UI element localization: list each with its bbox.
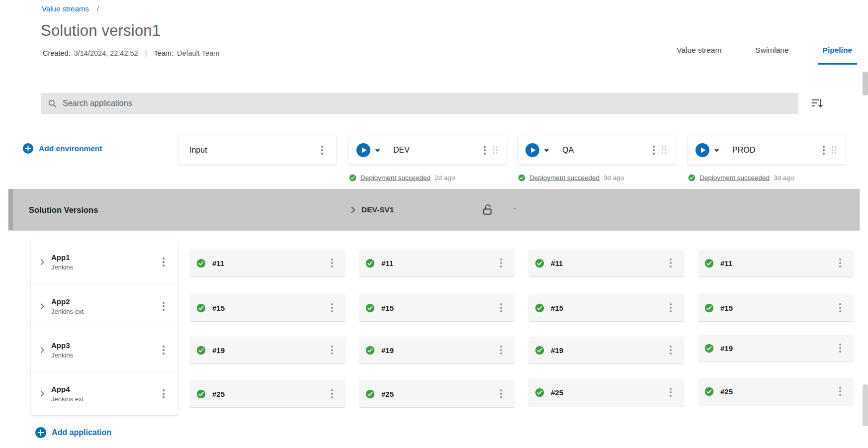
environment-menu-kebab[interactable]: [478, 141, 492, 159]
tab-value-stream[interactable]: Value stream: [672, 42, 726, 65]
cell-menu-kebab[interactable]: [833, 299, 847, 317]
sort-button[interactable]: [802, 92, 831, 115]
expand-app-button[interactable]: [38, 302, 47, 311]
app-info: App2 Jenkins ext: [51, 297, 84, 315]
app-tool: Jenkins ext: [51, 395, 84, 403]
app-info: App1 Jenkins: [51, 253, 73, 271]
app-menu-kebab[interactable]: [157, 297, 171, 315]
kebab-icon: [839, 347, 841, 349]
kebab-icon: [500, 349, 502, 351]
page-title: Solution version1: [41, 22, 161, 40]
cell-menu-kebab[interactable]: [664, 299, 678, 317]
tab-swimlane[interactable]: Swimlane: [750, 42, 793, 65]
app-menu-kebab[interactable]: [157, 341, 171, 359]
team-label: Team:: [154, 49, 174, 57]
drag-handle[interactable]: [493, 146, 500, 155]
build-number: #15: [381, 304, 394, 312]
run-environment-button[interactable]: [695, 143, 710, 158]
add-environment-button[interactable]: Add environment: [22, 143, 102, 154]
cell-menu-kebab[interactable]: [325, 385, 339, 403]
success-check-icon: [704, 387, 714, 396]
tab-pipeline[interactable]: Pipeline: [818, 42, 857, 65]
drag-handle[interactable]: [832, 146, 839, 155]
app-row-app1: App1 Jenkins: [31, 240, 177, 284]
success-check-icon: [535, 388, 544, 397]
deployment-status-link[interactable]: Deployment succeeded: [529, 174, 600, 181]
kebab-icon: [500, 307, 502, 309]
build-cell: #11: [698, 250, 853, 276]
cell-menu-kebab[interactable]: [833, 382, 847, 400]
success-check-icon: [365, 389, 375, 399]
build-cell: #25: [359, 380, 514, 407]
meta-divider: |: [145, 49, 147, 57]
vertical-scrollbar-thumb[interactable]: [863, 72, 868, 95]
build-cell: #11: [359, 250, 514, 276]
cell-menu-kebab[interactable]: [494, 341, 508, 359]
add-application-button[interactable]: Add application: [35, 427, 111, 439]
vertical-scrollbar-thumb[interactable]: [863, 384, 868, 426]
chevron-right-icon: [38, 389, 47, 398]
kebab-icon: [331, 307, 333, 309]
run-options-caret[interactable]: [374, 147, 381, 154]
app-menu-kebab[interactable]: [157, 253, 171, 271]
deployment-status-prod: Deployment succeeded 3d ago: [688, 173, 794, 182]
page-meta: Created: 3/14/2024, 22:42:52 | Team: Def…: [43, 49, 219, 57]
build-cell: #15: [190, 294, 345, 321]
cell-menu-kebab[interactable]: [833, 254, 847, 272]
cell-menu-kebab[interactable]: [494, 299, 508, 317]
cell-menu-kebab[interactable]: [325, 341, 339, 359]
environment-menu-kebab[interactable]: [817, 141, 831, 159]
success-check-icon: [349, 174, 356, 181]
cell-menu-kebab[interactable]: [664, 254, 678, 272]
cell-menu-kebab[interactable]: [494, 385, 508, 403]
environment-name: PROD: [732, 146, 755, 155]
expand-app-button[interactable]: [38, 258, 47, 267]
cell-menu-kebab[interactable]: [833, 339, 847, 357]
run-options-caret[interactable]: [543, 147, 550, 154]
chevron-down-icon: [374, 147, 381, 154]
app-menu-kebab[interactable]: [157, 385, 171, 403]
build-number: #25: [551, 388, 563, 397]
success-check-icon: [196, 259, 206, 268]
success-check-icon: [704, 344, 714, 353]
deployment-status-time: 3d ago: [604, 174, 624, 181]
app-name: App2: [51, 297, 84, 306]
success-check-icon: [704, 259, 714, 268]
cell-menu-kebab[interactable]: [664, 341, 678, 359]
team-value: Default Team: [177, 49, 219, 57]
app-tool: Jenkins ext: [51, 308, 84, 315]
cell-menu-kebab[interactable]: [664, 383, 678, 401]
search-bar: [41, 93, 798, 114]
kebab-icon: [670, 349, 672, 351]
cell-menu-kebab[interactable]: [325, 254, 339, 272]
build-number: #19: [212, 346, 225, 355]
build-number: #15: [720, 304, 733, 312]
run-environment-button[interactable]: [525, 143, 540, 158]
success-check-icon: [365, 346, 375, 355]
lock-open-icon[interactable]: [481, 203, 494, 216]
deployment-status-link[interactable]: Deployment succeeded: [699, 174, 770, 181]
app-name: App1: [51, 253, 73, 262]
build-number: #11: [212, 259, 224, 268]
kebab-icon: [163, 305, 165, 307]
deployment-status-link[interactable]: Deployment succeeded: [360, 174, 431, 181]
breadcrumb-separator: /: [97, 4, 99, 13]
expand-app-button[interactable]: [38, 389, 47, 398]
build-cell: #15: [529, 294, 684, 321]
search-input[interactable]: [63, 99, 791, 108]
breadcrumb-link-value-streams[interactable]: Value streams: [42, 4, 89, 13]
view-tabs: Value stream Swimlane Pipeline: [672, 42, 857, 65]
cell-menu-kebab[interactable]: [325, 299, 339, 317]
run-environment-button[interactable]: [356, 143, 371, 158]
build-cell: #19: [359, 337, 514, 363]
run-options-caret[interactable]: [713, 147, 720, 154]
solution-version-item[interactable]: DEV-SV1: [348, 205, 394, 215]
expand-app-button[interactable]: [38, 346, 47, 355]
cell-menu-kebab[interactable]: [494, 254, 508, 272]
environment-menu-kebab[interactable]: [315, 141, 329, 159]
kebab-icon: [839, 390, 841, 392]
stray-dot: .: [514, 201, 516, 211]
environment-menu-kebab[interactable]: [647, 141, 661, 159]
kebab-icon: [331, 349, 333, 351]
drag-handle[interactable]: [662, 146, 669, 155]
